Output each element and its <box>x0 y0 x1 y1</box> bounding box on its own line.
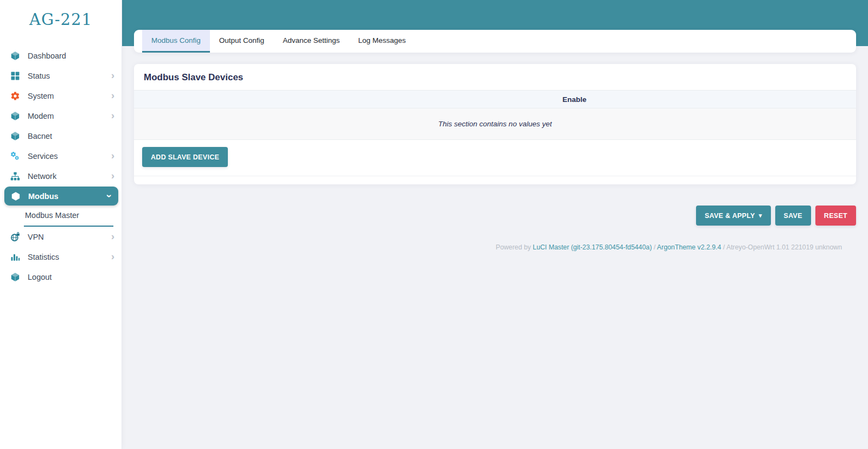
panel-header: Modbus Slave Devices <box>134 64 856 90</box>
sidebar-item-label: Modbus <box>28 192 59 201</box>
gear-icon <box>10 91 20 101</box>
main-area: Modbus Config Output Config Advance Sett… <box>122 0 868 449</box>
sidebar-item-logout[interactable]: Logout <box>0 267 122 287</box>
tab-bar: Modbus Config Output Config Advance Sett… <box>134 30 856 53</box>
sidebar-item-label: Statistics <box>28 253 59 261</box>
save-button[interactable]: SAVE <box>775 206 811 226</box>
sidebar: AG-221 Dashboard Status › System › <box>0 0 122 449</box>
cube-icon <box>10 272 20 282</box>
panel-footer <box>134 176 856 184</box>
sidebar-item-label: Logout <box>28 273 52 281</box>
luci-version-link[interactable]: LuCI Master (git-23.175.80454-fd5440a) <box>533 243 652 251</box>
sidebar-item-services[interactable]: Services › <box>0 146 122 166</box>
add-slave-device-button[interactable]: ADD SLAVE DEVICE <box>142 147 228 167</box>
powered-by-text: Powered by <box>496 243 531 251</box>
gears-icon <box>10 151 20 161</box>
globe-lock-icon <box>10 232 20 242</box>
tab-log-messages[interactable]: Log Messages <box>349 30 415 53</box>
cube-icon <box>11 191 21 201</box>
footer-separator: / <box>723 243 725 251</box>
table-header-row: Enable <box>134 90 856 108</box>
save-apply-label: SAVE & APPLY <box>705 212 755 220</box>
footer-separator: / <box>654 243 655 251</box>
bar-chart-icon <box>10 252 20 262</box>
reset-button[interactable]: RESET <box>815 206 856 226</box>
tab-advance-settings[interactable]: Advance Settings <box>273 30 349 53</box>
build-info-text: Atreyo-OpenWrt 1.01 221019 unknown <box>726 243 842 251</box>
panel-title: Modbus Slave Devices <box>144 72 846 83</box>
modbus-slave-devices-panel: Modbus Slave Devices Enable This section… <box>134 64 856 184</box>
sidebar-item-label: System <box>28 92 54 100</box>
content-area: Modbus Config Output Config Advance Sett… <box>122 0 868 251</box>
sidebar-item-modem[interactable]: Modem › <box>0 106 122 126</box>
cube-icon <box>10 51 20 61</box>
chevron-right-icon: › <box>111 150 114 161</box>
sidebar-item-vpn[interactable]: VPN › <box>0 227 122 247</box>
sidebar-item-modbus[interactable]: Modbus › <box>4 187 118 206</box>
table-empty-message: This section contains no values yet <box>134 108 856 140</box>
sidebar-item-bacnet[interactable]: Bacnet <box>0 126 122 146</box>
sidebar-item-label: Services <box>28 152 58 161</box>
sidebar-item-label: Bacnet <box>28 132 52 140</box>
page-actions: SAVE & APPLY ▾ SAVE RESET <box>134 206 856 226</box>
tab-modbus-config[interactable]: Modbus Config <box>142 30 210 53</box>
cube-icon <box>10 131 20 141</box>
sidebar-subitem-modbus-master[interactable]: Modbus Master <box>24 206 113 227</box>
sidebar-item-label: Dashboard <box>28 52 66 60</box>
chevron-right-icon: › <box>111 90 114 100</box>
page-footer: Powered by LuCI Master (git-23.175.80454… <box>122 243 842 251</box>
sitemap-icon <box>10 171 20 181</box>
sidebar-item-dashboard[interactable]: Dashboard <box>0 46 122 66</box>
sidebar-item-label: VPN <box>28 233 44 241</box>
chevron-down-icon: › <box>104 194 114 197</box>
sidebar-item-status[interactable]: Status › <box>0 66 122 86</box>
sidebar-item-system[interactable]: System › <box>0 86 122 106</box>
table-header-enable: Enable <box>293 95 856 104</box>
sidebar-item-label: Status <box>28 72 50 80</box>
grid-icon <box>10 71 20 81</box>
sidebar-nav: Dashboard Status › System › Modem › <box>0 46 122 287</box>
cube-icon <box>10 111 20 121</box>
chevron-right-icon: › <box>111 110 114 120</box>
tab-output-config[interactable]: Output Config <box>210 30 273 53</box>
app-window: AG-221 Dashboard Status › System › <box>0 0 868 449</box>
sidebar-item-statistics[interactable]: Statistics › <box>0 247 122 267</box>
sidebar-item-label: Modem <box>28 112 54 120</box>
chevron-right-icon: › <box>111 251 114 261</box>
argon-theme-link[interactable]: ArgonTheme v2.2.9.4 <box>657 243 721 251</box>
sidebar-item-label: Network <box>28 172 56 181</box>
device-logo: AG-221 <box>0 0 122 46</box>
chevron-right-icon: › <box>111 70 114 80</box>
chevron-right-icon: › <box>111 231 114 241</box>
save-apply-button[interactable]: SAVE & APPLY ▾ <box>696 206 771 226</box>
sidebar-item-network[interactable]: Network › <box>0 166 122 186</box>
caret-down-icon: ▾ <box>759 212 762 219</box>
chevron-right-icon: › <box>111 170 114 181</box>
panel-button-area: ADD SLAVE DEVICE <box>134 140 856 176</box>
